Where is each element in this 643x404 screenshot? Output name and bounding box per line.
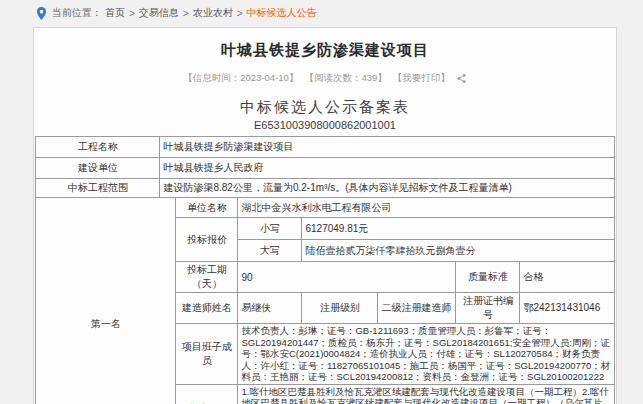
price-upper-label: 大写 (238, 240, 302, 262)
breadcrumb-agriculture[interactable]: 农业农村 (193, 6, 233, 20)
scope-label: 中标工程范围 (36, 179, 160, 198)
cert-no-value: 鄂242131431046 (520, 293, 614, 324)
performance-label: 业绩公示 (176, 384, 238, 404)
reg-level-value: 二级注册建造师 (378, 293, 456, 324)
rank-label: 第一名 (36, 198, 176, 404)
quality-value: 合格 (520, 262, 614, 293)
scope-value: 建设防渗渠8.82公里，流量为0.2-1m³/s。(具体内容详见招标文件及工程量… (160, 179, 614, 198)
team-label: 项目班子成员 (176, 324, 238, 385)
builder-label: 建造师姓名 (176, 293, 238, 324)
info-time-label: 【信息时间：2023-04-10】 (183, 72, 298, 85)
record-number: E6531003908000862001001 (34, 119, 616, 131)
breadcrumb-separator: > (129, 8, 135, 19)
duration-value: 90 (238, 262, 456, 293)
breadcrumb-home[interactable]: 首页 (105, 6, 125, 20)
cert-no-label: 注册证书编号 (456, 293, 520, 324)
breadcrumb-prefix: 当前位置： (52, 6, 102, 20)
owner-value: 叶城县铁提乡人民政府 (160, 158, 614, 179)
share-icon[interactable] (456, 73, 467, 84)
price-lower-label: 小写 (238, 218, 302, 240)
location-pin-icon (36, 7, 47, 20)
price-lower-value: 6127049.81元 (302, 218, 614, 240)
breadcrumb-separator: > (237, 8, 243, 19)
company-value: 湖北中金兴水利水电工程有限公司 (238, 198, 614, 218)
reg-level-label: 注册级别 (302, 293, 378, 324)
form-title: 中标候选人公示备案表 (34, 98, 616, 117)
page-title: 叶城县铁提乡防渗渠建设项目 (34, 41, 616, 60)
article-meta: 【信息时间：2023-04-10】 【阅读次数：439】 【我要打印】 (34, 72, 616, 85)
performance-value: 1.喀什地区巴楚县胜利及恰瓦克灌区续建配套与现代化改造建设项目（一期工程）2.喀… (238, 384, 614, 404)
owner-label: 建设单位 (36, 158, 160, 179)
breadcrumb-current: 中标候选人公告 (247, 6, 317, 20)
bid-record-table: 工程名称 叶城县铁提乡防渗渠建设项目 建设单位 叶城县铁提乡人民政府 中标工程范… (35, 136, 614, 404)
price-upper-value: 陆佰壹拾贰万柒仟零肆拾玖元捌角壹分 (302, 240, 614, 262)
breadcrumb-separator: > (183, 8, 189, 19)
row-owner: 建设单位 叶城县铁提乡人民政府 (36, 158, 614, 179)
row-project-name: 工程名称 叶城县铁提乡防渗渠建设项目 (36, 137, 614, 158)
row-company: 第一名 单位名称 湖北中金兴水利水电工程有限公司 (36, 198, 614, 218)
project-name-value: 叶城县铁提乡防渗渠建设项目 (160, 137, 614, 158)
company-label: 单位名称 (176, 198, 238, 218)
breadcrumb-trade-info[interactable]: 交易信息 (139, 6, 179, 20)
read-count-label: 【阅读次数：439】 (304, 72, 386, 85)
bid-price-label: 投标报价 (176, 218, 238, 262)
builder-value: 易继伕 (238, 293, 302, 324)
row-scope: 中标工程范围 建设防渗渠8.82公里，流量为0.2-1m³/s。(具体内容详见招… (36, 179, 614, 198)
content-card: 叶城县铁提乡防渗渠建设项目 【信息时间：2023-04-10】 【阅读次数：43… (33, 27, 617, 404)
team-value: 技术负责人：彭琳；证号：GB-1211693；质量管理人员：彭鲁军；证号：SGL… (238, 324, 614, 385)
print-button[interactable]: 【我要打印】 (393, 72, 450, 85)
project-name-label: 工程名称 (36, 137, 160, 158)
quality-label: 质量标准 (456, 262, 520, 293)
breadcrumb: 当前位置： 首页 > 交易信息 > 农业农村 > 中标候选人公告 (36, 6, 623, 20)
duration-label: 投标工期（天） (176, 262, 238, 293)
